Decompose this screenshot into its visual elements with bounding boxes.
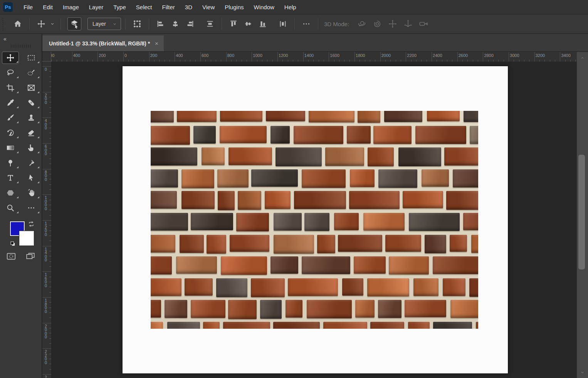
brick	[317, 235, 335, 254]
ruler-label: 200	[150, 53, 157, 58]
ruler-major-tick	[42, 348, 51, 349]
vertical-scrollbar[interactable]	[577, 52, 588, 378]
clone-stamp-tool[interactable]	[23, 112, 40, 124]
distribute-horizontal-centers-button[interactable]	[276, 17, 290, 30]
brick	[378, 169, 417, 188]
menu-item-layer[interactable]: Layer	[84, 0, 109, 14]
menu-item-file[interactable]: File	[18, 0, 38, 14]
tool-preset-chevron[interactable]	[49, 17, 56, 30]
align-horizontal-centers-button[interactable]	[168, 17, 183, 30]
auto-select-toggle[interactable]	[67, 17, 81, 30]
brick	[270, 256, 298, 274]
ruler-label: 1 0 0 0	[45, 196, 47, 211]
path-selection-tool[interactable]	[23, 172, 40, 184]
align-top-edges-button[interactable]	[226, 17, 241, 30]
brick	[193, 126, 216, 144]
pen-tool[interactable]	[23, 157, 40, 169]
smudge-tool[interactable]	[23, 142, 40, 154]
ruler-label: 2400	[433, 53, 442, 58]
lasso-tool[interactable]	[2, 67, 19, 79]
scroll-down-button[interactable]	[577, 369, 588, 376]
screen-mode-button[interactable]	[25, 251, 35, 261]
menu-item-filter[interactable]: Filter	[157, 0, 180, 14]
ruler-label: 2 4 0 0	[45, 376, 47, 378]
horizontal-ruler[interactable]: 6004002000200400600800100012001400160018…	[51, 52, 577, 62]
align-vertical-centers-button[interactable]	[241, 17, 255, 30]
distribute-vertical-centers-button[interactable]	[203, 17, 217, 30]
rectangular-marquee-tool[interactable]	[23, 52, 40, 64]
align-right-edges-button[interactable]	[183, 17, 197, 30]
zoom-tool[interactable]	[2, 202, 19, 214]
brick	[469, 278, 478, 297]
ruler-origin-box[interactable]	[42, 52, 51, 62]
type-tool[interactable]	[2, 172, 19, 184]
brick	[302, 256, 350, 274]
menu-item-image[interactable]: Image	[58, 0, 84, 14]
shape-tool[interactable]	[2, 187, 19, 199]
toolbar-bottom-buttons	[0, 251, 42, 261]
options-divider	[149, 18, 149, 30]
menu-item-3d[interactable]: 3D	[180, 0, 197, 14]
quick-mask-mode-button[interactable]	[6, 251, 16, 261]
scroll-up-button[interactable]	[577, 54, 588, 61]
ruler-label: 2000	[381, 53, 391, 58]
options-divider	[222, 18, 222, 30]
tools-panel-grip[interactable]	[11, 45, 31, 48]
object-selection-tool[interactable]	[23, 67, 40, 79]
document-tab[interactable]: Untitled-1 @ 33.3% (BrickWall, RGB/8) * …	[42, 35, 164, 51]
background-color-swatch[interactable]	[19, 231, 34, 246]
menu-item-type[interactable]: Type	[108, 0, 131, 14]
menu-item-view[interactable]: View	[197, 0, 220, 14]
auto-select-target-dropdown[interactable]: Layer	[87, 18, 121, 30]
scrollbar-thumb[interactable]	[578, 155, 585, 269]
brick	[151, 256, 172, 274]
home-button[interactable]	[10, 17, 25, 30]
menu-item-edit[interactable]: Edit	[38, 0, 58, 14]
frame-tool[interactable]	[23, 82, 40, 94]
ruler-label: 1800	[356, 53, 365, 58]
crop-tool[interactable]	[2, 82, 19, 94]
vertical-ruler[interactable]: 02 0 04 0 06 0 08 0 01 0 0 01 2 0 01 4 0…	[42, 62, 51, 378]
edit-toolbar-button[interactable]	[23, 202, 40, 214]
ruler-label: 3400	[561, 53, 570, 58]
ruler-label: 400	[73, 53, 80, 58]
dropdown-value: Layer	[92, 21, 106, 27]
collapse-tools-panel-button[interactable]: «	[0, 34, 42, 42]
brick	[207, 235, 226, 254]
show-transform-controls-toggle[interactable]	[130, 17, 144, 30]
brick	[151, 147, 197, 165]
document-canvas[interactable]	[123, 66, 508, 373]
dodge-tool[interactable]	[2, 157, 19, 169]
align-more-options-button[interactable]	[299, 17, 314, 30]
ruler-label: 1000	[253, 53, 262, 58]
eyedropper-tool[interactable]	[2, 97, 19, 109]
gradient-tool[interactable]	[2, 142, 19, 154]
brick	[450, 300, 478, 318]
brick	[220, 111, 262, 122]
photoshop-app-icon: Ps	[3, 2, 13, 12]
spot-healing-brush-tool[interactable]	[23, 97, 40, 109]
history-brush-tool[interactable]	[2, 127, 19, 139]
ruler-label: 2200	[407, 53, 416, 58]
ruler-major-tick	[42, 92, 51, 92]
menu-item-select[interactable]: Select	[131, 0, 157, 14]
brush-tool[interactable]	[2, 112, 19, 124]
menu-item-help[interactable]: Help	[279, 0, 301, 14]
active-tool-move-icon[interactable]	[34, 17, 49, 30]
ruler-label: 3000	[510, 53, 519, 58]
ruler-label: 2800	[484, 53, 493, 58]
menu-item-plugins[interactable]: Plugins	[220, 0, 249, 14]
align-bottom-edges-button[interactable]	[255, 17, 270, 30]
default-colors-icon[interactable]	[10, 241, 17, 248]
menu-item-window[interactable]: Window	[249, 0, 279, 14]
hand-tool[interactable]	[23, 187, 40, 199]
move-tool[interactable]	[2, 52, 19, 64]
close-tab-icon[interactable]: ×	[155, 40, 158, 47]
brick	[202, 147, 225, 165]
brick	[373, 126, 412, 144]
options-bar-grip[interactable]	[2, 17, 6, 30]
align-left-edges-button[interactable]	[153, 17, 168, 30]
eraser-tool[interactable]	[23, 127, 40, 139]
swap-colors-icon[interactable]	[28, 221, 35, 227]
tool-options-bar: Layer3D Mode:	[0, 15, 588, 34]
